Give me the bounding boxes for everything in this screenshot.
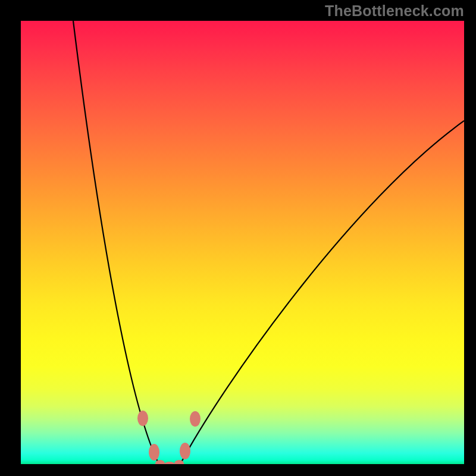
marker-left-lower <box>149 444 159 461</box>
curve-layer <box>21 21 464 464</box>
marker-group <box>137 411 201 464</box>
marker-right-upper <box>190 411 201 427</box>
bottleneck-curve <box>73 21 464 464</box>
chart-frame: TheBottleneck.com <box>0 0 476 476</box>
watermark-text: TheBottleneck.com <box>325 2 464 20</box>
marker-right-lower <box>180 443 190 459</box>
marker-left-upper <box>137 411 148 426</box>
marker-bottom-2 <box>164 462 175 464</box>
plot-area <box>21 21 464 464</box>
